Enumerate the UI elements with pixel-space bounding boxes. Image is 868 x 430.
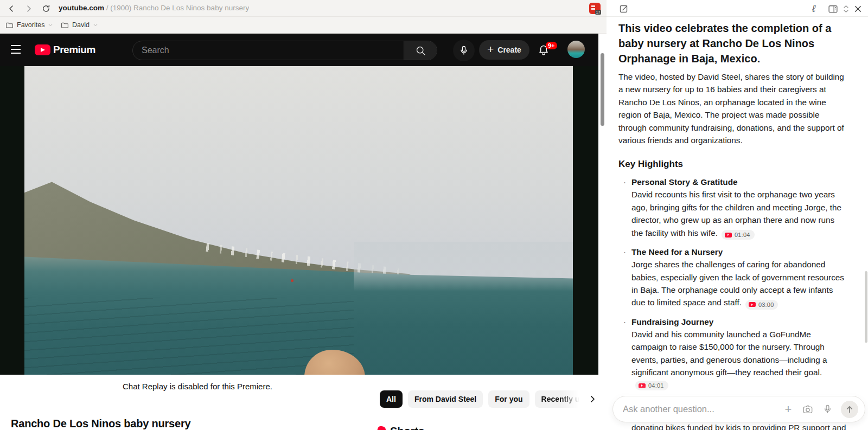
highlight-text: Jorge shares the challenges of caring fo… — [631, 260, 844, 307]
bullet-dot: · — [623, 246, 626, 258]
page-scrollbar-thumb[interactable] — [601, 53, 604, 126]
summary-title: This video celebrates the completion of … — [618, 21, 846, 66]
send-button[interactable] — [841, 401, 858, 418]
chevron-down-icon — [93, 22, 98, 28]
add-attachment-button[interactable]: + — [782, 403, 794, 415]
create-label: Create — [497, 46, 521, 54]
chevron-up-down-icon — [843, 5, 849, 13]
layout-toggle-button[interactable] — [827, 3, 839, 15]
timestamp-chip[interactable]: 03:00 — [745, 300, 778, 310]
chevron-right-icon — [588, 395, 597, 403]
close-icon — [854, 5, 862, 13]
browser-toolbar: youtube.com / (1900) Rancho De Los Ninos… — [0, 0, 607, 17]
panel-toolbar: ℓ — [607, 0, 868, 17]
timestamp-chip[interactable]: 01:04 — [722, 230, 755, 240]
highlight-item: · Personal Story & Gratitude David recou… — [618, 176, 846, 240]
compose-icon — [619, 4, 629, 14]
chips-next-button[interactable] — [588, 395, 597, 403]
voice-input-button[interactable] — [821, 403, 833, 415]
timestamp-label: 03:00 — [758, 301, 774, 308]
shorts-label: Shorts — [390, 425, 424, 430]
search-button[interactable] — [404, 41, 437, 60]
youtube-header: Premium + Create 9+ — [0, 34, 598, 66]
address-bar[interactable]: youtube.com / (1900) Rancho De Los Ninos… — [59, 0, 249, 16]
highlight-title: Personal Story & Gratitude — [631, 176, 846, 188]
folder-icon — [61, 21, 69, 29]
water-ripples — [24, 298, 354, 375]
camera-icon — [802, 404, 813, 415]
url-page-title: / (1900) Rancho De Los Ninos baby nurser… — [104, 4, 249, 12]
bookmark-folder-david[interactable]: David — [61, 17, 98, 33]
youtube-play-icon — [725, 233, 732, 238]
highlight-item: · Fundraising Journey David and his comm… — [618, 316, 846, 390]
resize-handle[interactable] — [840, 3, 852, 15]
assistant-panel: ℓ This video celebrates the completion o… — [607, 0, 868, 430]
notifications-button[interactable]: 9+ — [537, 43, 551, 57]
page-scrollbar — [598, 34, 607, 430]
chip-from-creator[interactable]: From David Steel — [408, 390, 483, 408]
refresh-icon — [42, 4, 50, 13]
highlight-title: Fundraising Journey — [631, 316, 846, 328]
youtube-play-icon — [639, 383, 646, 388]
panel-scrollbar-thumb[interactable] — [865, 271, 867, 343]
pen-button[interactable]: ℓ — [808, 3, 820, 15]
folder-icon — [5, 21, 14, 29]
back-button[interactable] — [7, 4, 16, 14]
search-bar — [132, 41, 437, 60]
shorts-icon — [376, 425, 387, 430]
video-player[interactable] — [24, 66, 573, 375]
below-video-area: Chat Replay is disabled for this Premier… — [0, 375, 598, 430]
bookmarks-bar: Favorites David — [0, 17, 607, 34]
create-button[interactable]: + Create — [479, 40, 529, 60]
ask-input[interactable] — [623, 404, 775, 414]
bookmark-folder-favorites[interactable]: Favorites — [5, 17, 53, 33]
microphone-icon — [458, 45, 469, 56]
bullet-dot: · — [623, 316, 626, 328]
video-stage — [0, 66, 598, 375]
forward-button[interactable] — [24, 4, 34, 14]
summary-content: This video celebrates the completion of … — [618, 21, 846, 430]
pen-icon: ℓ — [812, 3, 815, 15]
chip-recently[interactable]: Recently up — [535, 390, 582, 408]
ask-input-container: + — [612, 396, 865, 422]
menu-button[interactable] — [11, 45, 22, 55]
plus-icon: + — [487, 43, 494, 56]
premium-wordmark: Premium — [53, 44, 95, 56]
fog-haze — [354, 242, 573, 291]
avatar[interactable] — [567, 41, 585, 58]
extension-icon[interactable]: 17 — [589, 3, 601, 14]
browser-window: youtube.com / (1900) Rancho De Los Ninos… — [0, 0, 607, 430]
highlights-heading: Key Highlights — [618, 158, 846, 170]
screenshot-button[interactable] — [802, 403, 814, 415]
search-icon — [415, 45, 426, 56]
summary-paragraph: The video, hosted by David Steel, shares… — [618, 70, 846, 146]
chevron-left-icon — [7, 4, 16, 13]
timestamp-chip[interactable]: 04:01 — [635, 381, 668, 390]
microphone-icon — [822, 404, 833, 414]
shorts-shelf-header[interactable]: Shorts — [377, 425, 424, 430]
video-title: Rancho De Los Ninos baby nursery — [11, 418, 190, 430]
bullet-dot: · — [623, 176, 626, 188]
bookmark-label: David — [72, 21, 90, 29]
sidebar-layout-icon — [828, 4, 838, 14]
timestamp-label: 04:01 — [648, 382, 664, 389]
chevron-down-icon — [48, 22, 53, 28]
chip-for-you[interactable]: For you — [488, 390, 529, 408]
buoy-dot — [291, 279, 293, 282]
youtube-play-icon — [749, 302, 756, 307]
search-input[interactable] — [133, 41, 404, 60]
chat-replay-notice: Chat Replay is disabled for this Premier… — [123, 382, 272, 391]
compose-button[interactable] — [618, 3, 630, 15]
chevron-right-icon — [24, 4, 33, 13]
chip-all[interactable]: All — [380, 390, 403, 408]
extension-badge: 17 — [595, 10, 601, 15]
highlight-item: · The Need for a Nursery Jorge shares th… — [618, 246, 846, 310]
close-panel-button[interactable] — [852, 3, 864, 15]
voice-search-button[interactable] — [453, 40, 475, 61]
refresh-button[interactable] — [41, 4, 51, 14]
highlight-text: David and his community launched a GoFun… — [631, 330, 827, 377]
youtube-premium-logo[interactable]: Premium — [35, 44, 95, 56]
comment-filter-chips: All From David Steel For you Recently up — [380, 390, 597, 408]
bookmark-label: Favorites — [17, 21, 44, 29]
youtube-page: Premium + Create 9+ — [0, 34, 598, 430]
